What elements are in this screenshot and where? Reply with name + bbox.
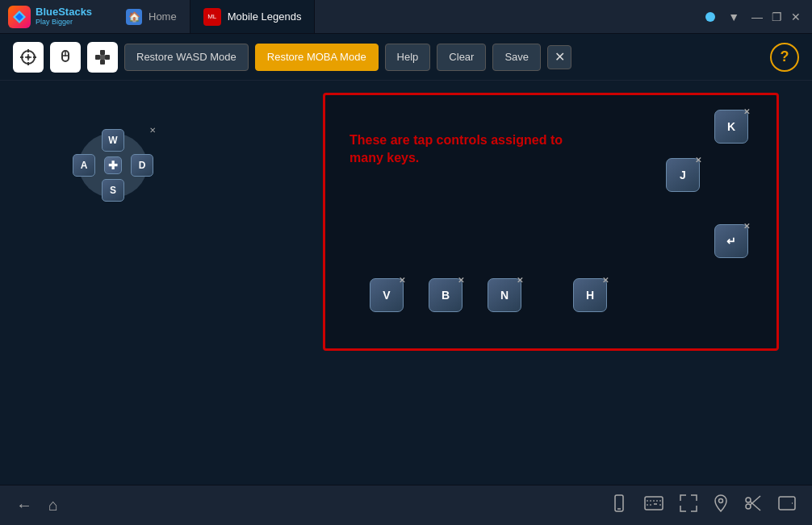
crosshair-tool-button[interactable] — [13, 42, 44, 73]
main-content: W A S D ✚ ✕ These are tap controls assig… — [0, 81, 812, 485]
tap-key-k[interactable]: K ✕ — [714, 110, 748, 144]
close-editor-button[interactable]: ✕ — [547, 45, 571, 69]
svg-rect-15 — [95, 55, 100, 60]
status-dot — [705, 12, 715, 22]
mouse-tool-button[interactable] — [50, 42, 81, 73]
tap-key-j[interactable]: J ✕ — [666, 158, 700, 192]
dpad-control: W A S D ✚ ✕ — [73, 129, 153, 202]
keyboard-icon[interactable] — [644, 496, 663, 515]
tablet-icon[interactable] — [778, 494, 796, 516]
location-icon[interactable] — [714, 494, 728, 516]
tap-key-enter-close[interactable]: ✕ — [741, 220, 752, 231]
logo-text-area: BlueStacks Play Bigger — [36, 6, 92, 26]
home-icon[interactable]: ⌂ — [48, 496, 58, 515]
key-d[interactable]: D — [131, 154, 153, 177]
svg-point-32 — [746, 504, 751, 509]
help-button[interactable]: Help — [385, 44, 431, 71]
svg-rect-14 — [100, 60, 105, 65]
svg-rect-20 — [645, 497, 663, 510]
toolbar: Restore WASD Mode Restore MOBA Mode Help… — [0, 34, 812, 81]
tap-key-n-close[interactable]: ✕ — [514, 274, 525, 285]
bottom-bar: ← ⌂ — [0, 485, 812, 525]
scissors-icon[interactable] — [744, 494, 762, 516]
tap-key-b[interactable]: B ✕ — [429, 278, 463, 312]
key-w[interactable]: W — [102, 129, 124, 152]
key-center[interactable]: ✚ — [104, 156, 122, 174]
tap-key-v-close[interactable]: ✕ — [396, 274, 408, 285]
clear-button[interactable]: Clear — [437, 44, 486, 71]
svg-rect-13 — [100, 50, 105, 55]
tap-key-n[interactable]: N ✕ — [488, 278, 521, 312]
svg-rect-17 — [100, 55, 105, 60]
save-button[interactable]: Save — [492, 44, 541, 71]
signal-icon: ▼ — [728, 10, 739, 23]
tabs: 🏠 Home ML Mobile Legends — [113, 0, 705, 33]
tab-mobile-legends[interactable]: ML Mobile Legends — [190, 0, 316, 33]
tab-home[interactable]: 🏠 Home — [113, 0, 190, 33]
wasd-widget: W A S D ✚ ✕ — [73, 129, 153, 202]
home-tab-label: Home — [149, 10, 177, 23]
tap-key-v[interactable]: V ✕ — [370, 278, 404, 312]
svg-line-34 — [751, 496, 761, 505]
title-bar: BlueStacks Play Bigger 🏠 Home ML Mobile … — [0, 0, 812, 34]
app-tagline: Play Bigger — [36, 19, 92, 27]
tap-message: These are tap controls assigned to many … — [349, 131, 563, 168]
wasd-close-icon[interactable]: ✕ — [147, 124, 158, 135]
restore-wasd-button[interactable]: Restore WASD Mode — [124, 44, 249, 71]
logo-icon — [8, 6, 31, 28]
help-circle-button[interactable]: ? — [770, 43, 799, 72]
back-icon[interactable]: ← — [16, 496, 32, 515]
key-a[interactable]: A — [73, 154, 95, 177]
restore-moba-button[interactable]: Restore MOBA Mode — [255, 44, 379, 71]
key-s[interactable]: S — [102, 179, 124, 202]
logo-area: BlueStacks Play Bigger — [0, 6, 113, 28]
tap-key-enter[interactable]: ↵ ✕ — [714, 224, 748, 258]
bottom-right-controls — [610, 494, 796, 516]
svg-point-31 — [746, 498, 751, 502]
svg-rect-16 — [105, 55, 110, 60]
tap-zone: These are tap controls assigned to many … — [323, 93, 779, 351]
tap-key-h-close[interactable]: ✕ — [600, 274, 611, 285]
game-tab-label: Mobile Legends — [228, 10, 302, 23]
home-tab-icon: 🏠 — [126, 9, 142, 25]
game-tab-icon: ML — [203, 8, 221, 26]
tap-key-j-close[interactable]: ✕ — [693, 154, 704, 165]
tap-key-k-close[interactable]: ✕ — [741, 106, 752, 117]
minimize-button[interactable]: — — [751, 10, 764, 23]
dpad-tool-button[interactable] — [87, 42, 118, 73]
bottom-left-controls: ← ⌂ — [16, 496, 58, 515]
app-name: BlueStacks — [36, 6, 92, 18]
restore-button[interactable]: ❐ — [770, 10, 783, 23]
tap-key-b-close[interactable]: ✕ — [455, 274, 467, 285]
close-button[interactable]: ✕ — [789, 10, 802, 23]
svg-point-30 — [719, 499, 723, 503]
tap-key-h[interactable]: H ✕ — [573, 278, 607, 312]
expand-icon[interactable] — [680, 494, 697, 516]
phone-icon[interactable] — [610, 494, 628, 516]
